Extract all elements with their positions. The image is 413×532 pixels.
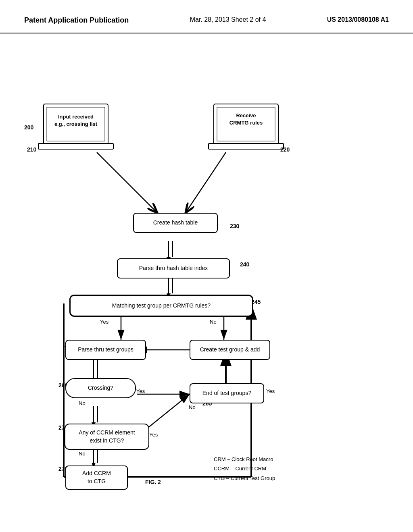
box-receive-text: Receive CRMTG rules <box>217 112 275 127</box>
legend-ccrm: CCRM – Current CRM <box>214 464 275 473</box>
svg-line-7 <box>97 152 157 213</box>
box-input-text: Input received e.g., crossing list <box>47 113 105 128</box>
box-add-ccrm: Add CCRM to CTG <box>65 466 128 490</box>
box-matching: Matching test group per CRMTG rules? <box>69 295 253 317</box>
box-any-ccrm: Any of CCRM element exist in CTG? <box>65 424 149 450</box>
label-210: 210 <box>27 146 36 153</box>
label-200: 200 <box>24 124 33 131</box>
label-220: 220 <box>280 146 290 153</box>
svg-rect-5 <box>209 143 284 149</box>
fig-label: FIG. 2 <box>145 479 161 485</box>
header-center: Mar. 28, 2013 Sheet 2 of 4 <box>190 16 266 23</box>
label-yes-matching: Yes <box>100 319 108 325</box>
box-create-test: Create test group & add <box>190 340 270 360</box>
header-right: US 2013/0080108 A1 <box>327 16 389 23</box>
box-parse-hash: Parse thru hash table index <box>117 258 230 278</box>
label-yes-endtest: Yes <box>266 388 275 394</box>
legend-crm: CRM – Clock Root Macro <box>214 455 275 464</box>
label-no-crossing: No <box>79 400 86 406</box>
diagram-container: 200 210 220 Input received e.g., crossin… <box>0 37 413 501</box>
header-left: Patent Application Publication <box>24 16 129 25</box>
label-yes-anyccrm: Yes <box>149 432 158 438</box>
header: Patent Application Publication Mar. 28, … <box>0 0 413 33</box>
box-hash: Create hash table <box>133 213 218 233</box>
label-no-endtest: No <box>189 404 196 410</box>
label-no-matching: No <box>210 319 217 325</box>
legend: CRM – Clock Root Macro CCRM – Current CR… <box>214 455 275 483</box>
box-parse-test: Parse thru test groups <box>65 340 146 360</box>
label-240: 240 <box>240 261 249 268</box>
page: Patent Application Publication Mar. 28, … <box>0 0 413 532</box>
label-no-anyccrm: No <box>79 451 86 457</box>
box-end-test: End of test groups? <box>190 383 264 403</box>
svg-line-8 <box>186 152 226 213</box>
legend-ctg: CTG – Current Test Group <box>214 474 275 483</box>
svg-rect-2 <box>38 143 113 149</box>
label-yes-crossing: Yes <box>136 388 145 394</box>
label-230: 230 <box>230 223 239 229</box>
box-crossing: Crossing? <box>65 378 136 398</box>
